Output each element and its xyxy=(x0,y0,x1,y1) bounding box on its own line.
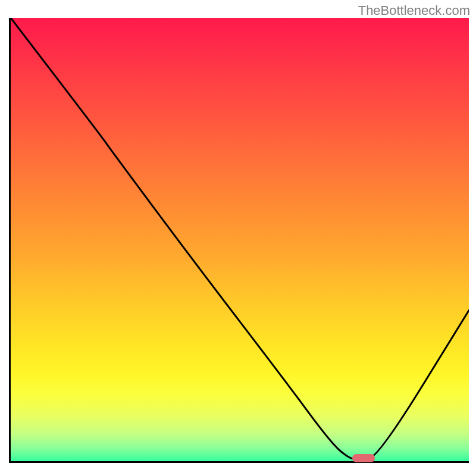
bottleneck-curve xyxy=(11,18,469,459)
curve-svg xyxy=(11,18,469,461)
minimum-marker xyxy=(352,454,375,462)
watermark-text: TheBottleneck.com xyxy=(358,3,470,18)
chart-container: TheBottleneck.com xyxy=(0,0,476,476)
plot-area xyxy=(9,18,469,463)
